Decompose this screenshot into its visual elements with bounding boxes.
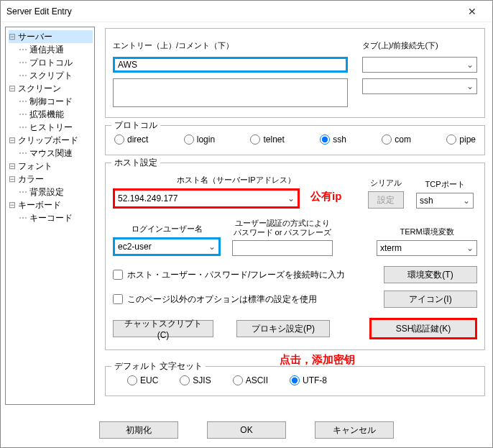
term-label: TERM環境変数 <box>377 227 477 237</box>
ok-button[interactable]: OK <box>207 421 286 439</box>
tree-item-bg[interactable]: 背景設定 <box>9 186 93 198</box>
radio-pipe[interactable]: pipe <box>446 134 476 145</box>
window-title: Server Edit Entry <box>6 6 458 17</box>
prev-combo[interactable] <box>362 78 477 94</box>
tree-item-mouse[interactable]: マウス関連 <box>9 147 93 160</box>
radio-ssh[interactable]: ssh <box>320 134 346 145</box>
tree-item-keycode[interactable]: キーコード <box>9 211 93 224</box>
tree-item-font[interactable]: フォント <box>9 160 93 173</box>
serial-button[interactable]: 設定 <box>368 191 404 209</box>
radio-utf8[interactable]: UTF-8 <box>290 375 327 385</box>
host-group: ホスト設定 ホスト名（サーバーIPアドレス） 52.194.249.177 公有… <box>105 163 485 350</box>
tree-item-comm[interactable]: 通信共通 <box>9 43 93 56</box>
radio-telnet[interactable]: telnet <box>250 134 284 145</box>
tree-item-screen[interactable]: スクリーン <box>9 82 93 95</box>
protocol-legend: プロトコル <box>111 119 160 132</box>
tree-item-protocol[interactable]: プロトコル <box>9 56 93 69</box>
tree-item-script[interactable]: スクリプト <box>9 69 93 82</box>
tcpport-label: TCPポート <box>425 179 465 190</box>
annot-click-add-key: 点击，添加密钥 <box>280 353 355 367</box>
tree-item-history[interactable]: ヒストリー <box>9 121 93 134</box>
host-legend: ホスト設定 <box>111 157 160 169</box>
tree-item-server[interactable]: サーバー <box>9 30 93 43</box>
main-panel: エントリー（上）/コメント（下） タブ(上)/前接続先(下) プロトコル dir… <box>95 22 492 409</box>
entry-group: エントリー（上）/コメント（下） タブ(上)/前接続先(下) <box>105 28 485 118</box>
close-icon[interactable]: ✕ <box>458 1 487 22</box>
radio-login[interactable]: login <box>184 134 215 145</box>
annot-public-ip: 公有ip <box>310 190 341 204</box>
dialog-footer: 初期化 OK キャンセル <box>1 417 492 443</box>
tree-item-ext[interactable]: 拡張機能 <box>9 108 93 121</box>
env-button[interactable]: 環境変数(T) <box>384 266 477 283</box>
auth-input[interactable] <box>232 240 333 256</box>
auth-label: ユーザー認証の方式により パスワード or パスフレーズ <box>232 219 333 237</box>
chat-script-button[interactable]: チャットスクリプト(C) <box>113 320 213 337</box>
cancel-button[interactable]: キャンセル <box>315 421 394 439</box>
tree-item-keyboard[interactable]: キーボード <box>9 198 93 211</box>
tree-item-clipboard[interactable]: クリップボード <box>9 134 93 147</box>
radio-com[interactable]: com <box>382 134 411 145</box>
term-combo[interactable]: xterm <box>377 240 477 256</box>
entry-name-input[interactable] <box>113 57 348 73</box>
radio-direct[interactable]: direct <box>114 134 148 145</box>
serial-label: シリアル <box>370 178 402 188</box>
protocol-group: プロトコル direct login telnet ssh com pipe <box>105 125 485 155</box>
tcpport-combo[interactable]: ssh <box>416 193 474 209</box>
radio-euc[interactable]: EUC <box>127 375 158 385</box>
entry-label: エントリー（上）/コメント（下） <box>113 40 348 51</box>
icon-button[interactable]: アイコン(I) <box>384 291 477 308</box>
titlebar: Server Edit Entry ✕ <box>1 1 492 22</box>
initialize-button[interactable]: 初期化 <box>99 421 178 439</box>
login-combo[interactable]: ec2-user <box>113 237 221 256</box>
hostname-label: ホスト名（サーバーIPアドレス） <box>113 175 359 186</box>
charset-legend: デフォルト 文字セット <box>111 360 206 372</box>
login-label: ログインユーザー名 <box>113 224 221 234</box>
charset-group: デフォルト 文字セット EUC SJIS ASCII UTF-8 <box>105 366 485 396</box>
tab-label: タブ(上)/前接続先(下) <box>362 40 477 51</box>
proxy-button[interactable]: プロキシ設定(P) <box>236 320 330 337</box>
ssh-key-button[interactable]: SSH認証鍵(K) <box>369 318 477 339</box>
cb-connect-prompt[interactable]: ホスト・ユーザー・パスワード/フレーズを接続時に入力 <box>113 269 375 281</box>
dialog-window: Server Edit Entry ✕ サーバー 通信共通 プロトコル スクリプ… <box>0 0 493 448</box>
radio-sjis[interactable]: SJIS <box>180 375 211 385</box>
tree-item-control[interactable]: 制御コード <box>9 95 93 108</box>
category-tree[interactable]: サーバー 通信共通 プロトコル スクリプト スクリーン 制御コード 拡張機能 ヒ… <box>5 27 95 405</box>
tab-combo[interactable] <box>362 57 477 73</box>
tree-item-color[interactable]: カラー <box>9 173 93 186</box>
cb-use-defaults[interactable]: このページ以外のオプションは標準の設定を使用 <box>113 293 375 306</box>
hostname-combo[interactable]: 52.194.249.177 <box>113 188 300 209</box>
entry-comment-input[interactable] <box>113 78 348 107</box>
radio-ascii[interactable]: ASCII <box>233 375 268 385</box>
